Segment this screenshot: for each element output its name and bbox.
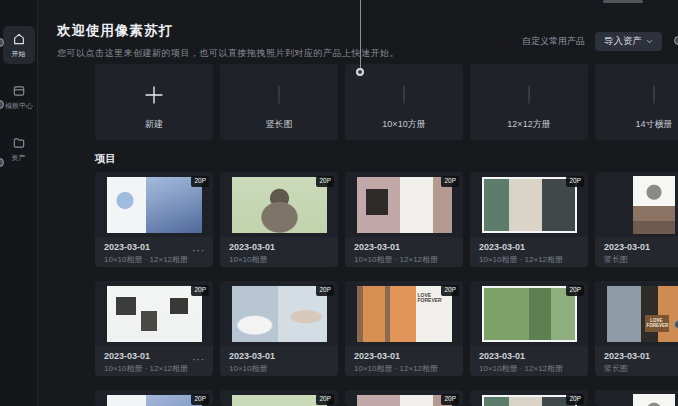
- thumbnail-image: [232, 395, 327, 406]
- project-card[interactable]: 20P: [95, 390, 213, 406]
- project-type: 10×10相册: [229, 363, 329, 374]
- scrollbar-thumb[interactable]: [603, 0, 643, 3]
- project-thumbnail: 20P: [345, 172, 463, 237]
- product-label: 新建: [95, 118, 213, 131]
- sidebar: 开始 模板中心 资产: [0, 0, 38, 406]
- project-type: 10×10相册 · 12×12相册: [104, 254, 204, 265]
- thumbnail-image: [482, 177, 577, 233]
- callout-marker-icon: [674, 320, 678, 329]
- thumbnail-image: [633, 394, 675, 406]
- project-date: 2023-03-01: [229, 242, 329, 252]
- product-shortcuts: 新建 竖长图 10×10方册 12×12方册 14寸横册: [95, 64, 678, 140]
- projects-row: 20P 2023-03-01 10×10相册 · 12×12相册 ··· 20P…: [95, 281, 678, 376]
- project-type: 10×10相册: [229, 254, 329, 265]
- thumbnail-image: [107, 177, 202, 233]
- page-count-badge: 20P: [441, 176, 459, 187]
- project-card[interactable]: 20P 2023-03-01 10×10相册 · 12×12相册: [345, 172, 463, 267]
- project-meta: 2023-03-01 竖长图: [595, 237, 678, 267]
- project-meta: 2023-03-01 10×10相册 · 12×12相册: [470, 237, 588, 267]
- projects-row-partial: 20P 20P 20P 20P: [95, 390, 678, 406]
- project-thumbnail: 20P: [345, 390, 463, 406]
- project-thumbnail: 20P: [470, 390, 588, 406]
- project-type: 10×10相册 · 12×12相册: [104, 363, 204, 374]
- product-card-10x10[interactable]: 10×10方册: [345, 64, 463, 140]
- callout-marker-icon: [674, 36, 678, 45]
- project-card[interactable]: 20P: [470, 390, 588, 406]
- project-thumbnail: 20P: [95, 172, 213, 237]
- project-date: 2023-03-01: [604, 242, 678, 252]
- page-count-badge: 20P: [441, 285, 459, 296]
- project-type: 10×10相册 · 12×12相册: [354, 363, 454, 374]
- sidebar-item-assets[interactable]: 资产: [3, 130, 35, 168]
- import-assets-label: 导入资产: [604, 35, 642, 48]
- project-meta: 2023-03-01 10×10相册 · 12×12相册: [470, 346, 588, 376]
- project-card[interactable]: 20P: [595, 390, 678, 406]
- project-date: 2023-03-01: [354, 242, 454, 252]
- product-card-14inch[interactable]: 14寸横册: [595, 64, 678, 140]
- thumbnail-image: [232, 177, 327, 233]
- chevron-down-icon: [646, 38, 653, 45]
- project-type: 10×10相册 · 12×12相册: [479, 363, 579, 374]
- project-card[interactable]: LOVE FOREVER 20P 2023-03-01 竖长图: [595, 281, 678, 376]
- project-date: 2023-03-01: [354, 351, 454, 361]
- plus-icon: [142, 83, 166, 107]
- project-thumbnail: LOVE FOREVER 20P: [595, 281, 678, 346]
- product-card-portrait[interactable]: 竖长图: [220, 64, 338, 140]
- project-card[interactable]: 20P: [345, 390, 463, 406]
- thumbnail-image: LOVE FOREVER: [607, 286, 678, 342]
- thumbnail-image: [107, 395, 202, 406]
- project-thumbnail: LOVE FOREVER 20P: [345, 281, 463, 346]
- project-card[interactable]: 20P 2023-03-01 10×10相册 · 12×12相册: [470, 172, 588, 267]
- thumbnail-image: [357, 177, 452, 233]
- project-meta: 2023-03-01 10×10相册 · 12×12相册: [345, 346, 463, 376]
- folder-icon: [12, 136, 26, 150]
- project-meta: 2023-03-01 10×10相册 · 12×12相册 ···: [95, 237, 213, 267]
- thumbnail-image: LOVE FOREVER: [357, 286, 452, 342]
- project-thumbnail: 20P: [470, 281, 588, 346]
- project-thumbnail: 20P: [220, 172, 338, 237]
- product-label: 12×12方册: [470, 118, 588, 131]
- project-card[interactable]: LOVE FOREVER 20P 2023-03-01 10×10相册 · 12…: [345, 281, 463, 376]
- project-type: 10×10相册 · 12×12相册: [354, 254, 454, 265]
- project-thumbnail: 20P: [95, 281, 213, 346]
- import-assets-button[interactable]: 导入资产: [595, 32, 662, 51]
- thumbnail-image: [482, 395, 577, 406]
- product-card-new[interactable]: 新建: [95, 64, 213, 140]
- sidebar-item-template-center[interactable]: 模板中心: [3, 78, 35, 116]
- more-options-icon[interactable]: ···: [192, 245, 205, 256]
- thumbnail-image: [232, 286, 327, 342]
- project-card[interactable]: 20P 2023-03-01 10×10相册: [220, 172, 338, 267]
- project-thumbnail: 20P: [595, 172, 678, 237]
- custom-products-link[interactable]: 自定义常用产品: [522, 35, 585, 48]
- page-count-badge: 20P: [566, 394, 584, 405]
- project-card[interactable]: 20P 2023-03-01 10×10相册 · 12×12相册 ···: [95, 281, 213, 376]
- portrait-rect-icon: [278, 85, 280, 104]
- project-meta: 2023-03-01 10×10相册 · 12×12相册: [345, 237, 463, 267]
- project-meta: 2023-03-01 10×10相册: [220, 237, 338, 267]
- thumbnail-image: [633, 176, 675, 234]
- product-card-12x12[interactable]: 12×12方册: [470, 64, 588, 140]
- sidebar-item-start[interactable]: 开始: [3, 26, 35, 64]
- sidebar-item-label: 开始: [12, 49, 26, 58]
- projects-grid: 20P 2023-03-01 10×10相册 · 12×12相册 ··· 20P…: [95, 172, 678, 406]
- project-meta: 2023-03-01 竖长图: [595, 346, 678, 376]
- project-type: 竖长图: [604, 363, 678, 374]
- project-thumbnail: 20P: [95, 390, 213, 406]
- thumbnail-image: [357, 395, 452, 406]
- template-icon: [12, 84, 26, 98]
- sidebar-item-label: 模板中心: [5, 101, 33, 110]
- project-card[interactable]: 20P 2023-03-01 10×10相册 · 12×12相册 ···: [95, 172, 213, 267]
- project-thumbnail: 20P: [220, 281, 338, 346]
- project-card[interactable]: 20P 2023-03-01 竖长图: [595, 172, 678, 267]
- project-card[interactable]: 20P 2023-03-01 10×10相册: [220, 281, 338, 376]
- page-count-badge: 20P: [191, 285, 209, 296]
- more-options-icon[interactable]: ···: [192, 354, 205, 365]
- header-actions: 自定义常用产品 导入资产: [522, 32, 662, 51]
- project-card[interactable]: 20P 2023-03-01 10×10相册 · 12×12相册: [470, 281, 588, 376]
- project-card[interactable]: 20P: [220, 390, 338, 406]
- page-count-badge: 20P: [316, 394, 334, 405]
- project-date: 2023-03-01: [104, 351, 204, 361]
- project-thumbnail: 20P: [470, 172, 588, 237]
- thumbnail-image: [482, 286, 577, 342]
- thumbnail-image: [107, 286, 202, 342]
